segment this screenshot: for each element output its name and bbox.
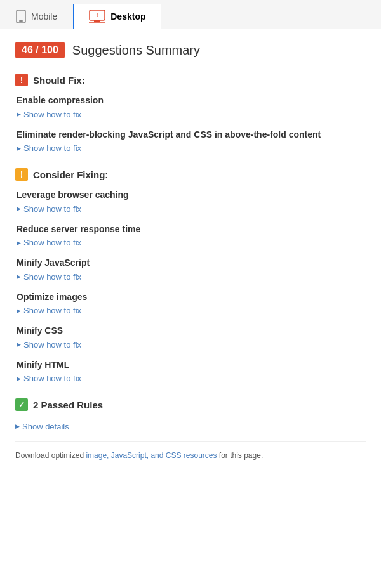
passed-rules-header: ✓ 2 Passed Rules xyxy=(15,398,366,411)
tab-bar: Mobile ! Desktop xyxy=(0,0,381,29)
consider-fixing-header: ! Consider Fixing: xyxy=(15,168,366,181)
list-item: Leverage browser caching Show how to fix xyxy=(15,190,366,214)
footer-prefix: Download optimized xyxy=(15,451,86,460)
footer-suffix: for this page. xyxy=(217,451,264,460)
list-item: Minify CSS Show how to fix xyxy=(15,325,366,350)
list-item: Enable compression Show how to fix xyxy=(15,95,366,119)
consider-fixing-title: Consider Fixing: xyxy=(33,169,108,180)
list-item: Eliminate render-blocking JavaScript and… xyxy=(15,129,366,154)
item-title-optimize-images: Optimize images xyxy=(17,292,366,302)
footer-link[interactable]: image, JavaScript, and CSS resources xyxy=(86,451,217,460)
tab-desktop[interactable]: ! Desktop xyxy=(73,4,161,29)
should-fix-header: ! Should Fix: xyxy=(15,74,366,86)
tab-mobile[interactable]: Mobile xyxy=(0,4,73,29)
score-badge: 46 / 100 xyxy=(15,42,65,58)
score-header: 46 / 100 Suggestions Summary xyxy=(15,42,366,58)
tab-mobile-label: Mobile xyxy=(31,11,57,22)
consider-fixing-icon: ! xyxy=(15,168,28,181)
show-details-passed-rules[interactable]: Show details xyxy=(15,422,69,431)
should-fix-title: Should Fix: xyxy=(33,75,85,86)
main-content: 46 / 100 Suggestions Summary ! Should Fi… xyxy=(0,29,381,473)
item-title-leverage-caching: Leverage browser caching xyxy=(17,190,366,200)
show-how-to-enable-compression[interactable]: Show how to fix xyxy=(17,110,81,119)
item-title-reduce-server-response: Reduce server response time xyxy=(17,224,366,234)
passed-rules-icon: ✓ xyxy=(15,398,28,411)
score-title: Suggestions Summary xyxy=(72,43,200,58)
list-item: Optimize images Show how to fix xyxy=(15,292,366,316)
item-title-eliminate-render-blocking: Eliminate render-blocking JavaScript and… xyxy=(17,129,366,140)
tab-desktop-label: Desktop xyxy=(110,11,145,22)
svg-rect-2 xyxy=(18,10,23,10)
item-title-minify-javascript: Minify JavaScript xyxy=(17,258,366,268)
list-item: Reduce server response time Show how to … xyxy=(15,224,366,248)
svg-text:!: ! xyxy=(97,12,98,18)
consider-fixing-section: ! Consider Fixing: Leverage browser cach… xyxy=(15,168,366,383)
show-how-to-minify-javascript[interactable]: Show how to fix xyxy=(17,272,81,282)
should-fix-icon: ! xyxy=(15,74,28,86)
passed-rules-section: ✓ 2 Passed Rules Show details xyxy=(15,398,366,431)
show-how-to-minify-html[interactable]: Show how to fix xyxy=(17,374,81,383)
mobile-icon xyxy=(16,10,26,23)
item-title-minify-html: Minify HTML xyxy=(17,360,366,370)
item-title-enable-compression: Enable compression xyxy=(17,95,366,105)
svg-rect-5 xyxy=(94,20,100,22)
svg-rect-1 xyxy=(19,20,23,22)
list-item: Minify JavaScript Show how to fix xyxy=(15,258,366,282)
show-how-to-eliminate-render-blocking[interactable]: Show how to fix xyxy=(17,143,81,153)
footer: Download optimized image, JavaScript, an… xyxy=(15,441,366,460)
show-how-to-leverage-caching[interactable]: Show how to fix xyxy=(17,204,81,214)
show-how-to-optimize-images[interactable]: Show how to fix xyxy=(17,306,81,315)
show-how-to-reduce-server-response[interactable]: Show how to fix xyxy=(17,238,81,247)
passed-rules-title: 2 Passed Rules xyxy=(33,400,103,410)
show-how-to-minify-css[interactable]: Show how to fix xyxy=(17,340,81,350)
desktop-icon: ! xyxy=(89,10,105,23)
list-item: Minify HTML Show how to fix xyxy=(15,360,366,384)
item-title-minify-css: Minify CSS xyxy=(17,325,366,336)
should-fix-section: ! Should Fix: Enable compression Show ho… xyxy=(15,74,366,153)
